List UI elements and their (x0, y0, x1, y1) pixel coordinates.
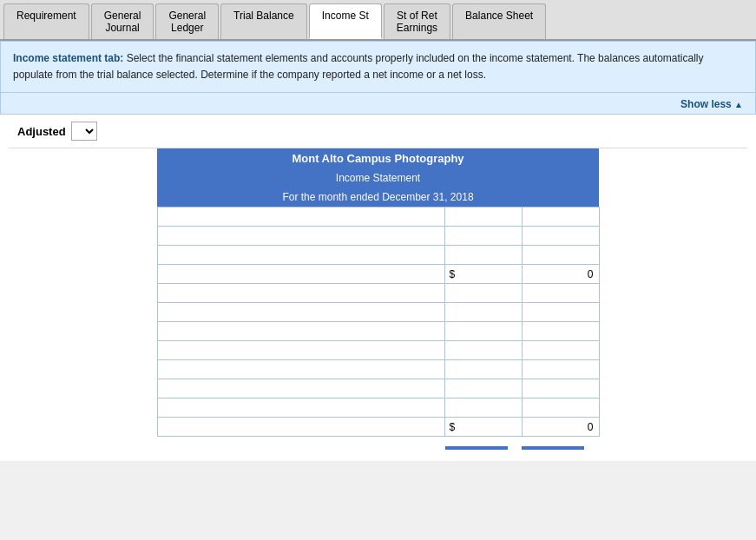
adjusted-row: Adjusted (9, 115, 747, 148)
statement-period: For the month ended December 31, 2018 (157, 188, 599, 207)
show-less-bar: Show less ▲ (0, 93, 756, 115)
amount2-input-10[interactable] (526, 402, 595, 414)
amount2-cell-10 (522, 398, 599, 418)
amount1-input-7[interactable] (449, 345, 518, 357)
table-row (157, 341, 599, 360)
tab-trial-balance[interactable]: Trial Balance (220, 3, 307, 39)
amount1-input-9[interactable] (449, 383, 518, 395)
info-box: Income statement tab: Select the financi… (0, 41, 756, 93)
amount1-input-8[interactable] (449, 364, 518, 376)
tab-general-journal[interactable]: GeneralJournal (91, 3, 154, 39)
amount1-input-4[interactable] (449, 287, 518, 300)
amount2-cell-7 (522, 341, 599, 360)
amount1-cell-1 (445, 227, 523, 246)
table-row (157, 360, 599, 379)
amount1-cell-7 (445, 341, 523, 360)
amount1-cell-3: $ (445, 265, 523, 284)
tab-income-st[interactable]: Income St (309, 3, 382, 39)
amount1-cell-8 (445, 360, 523, 379)
amount2-input-6[interactable] (526, 326, 595, 338)
amount2-input-8[interactable] (526, 364, 595, 376)
account-input-2[interactable] (161, 249, 442, 261)
account-input-9[interactable] (161, 383, 442, 395)
account-input-5[interactable] (161, 306, 442, 319)
amount2-cell-5 (522, 303, 599, 322)
bottom-bar-1 (445, 437, 523, 453)
tab-st-ret-earnings[interactable]: St of RetEarnings (384, 3, 450, 39)
table-row (157, 303, 599, 322)
table-row (157, 284, 599, 303)
statement-title: Income Statement (157, 168, 599, 188)
amount2-cell-1 (522, 227, 599, 246)
amount2-cell-2 (522, 246, 599, 265)
amount2-input-2[interactable] (526, 249, 595, 261)
tab-balance-sheet[interactable]: Balance Sheet (452, 3, 546, 39)
amount2-cell-8 (522, 360, 599, 379)
account-input-11[interactable] (161, 421, 442, 433)
amount1-input-6[interactable] (449, 326, 518, 338)
table-row: $0 (157, 265, 599, 284)
bottom-spacer (157, 437, 445, 453)
tab-requirement[interactable]: Requirement (3, 3, 89, 39)
amount1-cell-5 (445, 303, 523, 322)
amount2-cell-9 (522, 379, 599, 398)
amount1-cell-6 (445, 322, 523, 341)
amount1-cell-9 (445, 379, 523, 398)
amount1-cell-10 (445, 398, 523, 418)
amount1-input-1[interactable] (449, 230, 518, 242)
amount2-input-5[interactable] (526, 306, 595, 319)
tabs-container: RequirementGeneralJournalGeneralLedgerTr… (0, 0, 756, 41)
amount2-input-4[interactable] (526, 287, 595, 300)
statement-table: Mont Alto Campus Photography Income Stat… (157, 148, 600, 452)
adjusted-label: Adjusted (17, 125, 66, 138)
account-input-0[interactable] (161, 211, 442, 223)
company-name: Mont Alto Campus Photography (157, 148, 599, 168)
bottom-bar-2 (522, 437, 599, 453)
amount1-cell-2 (445, 246, 523, 265)
tab-general-ledger[interactable]: GeneralLedger (155, 3, 219, 39)
amount2-input-0[interactable] (526, 211, 595, 223)
table-row (157, 379, 599, 398)
amount1-cell-0 (445, 207, 523, 227)
bottom-bar-row (157, 437, 599, 453)
amount2-input-9[interactable] (526, 383, 595, 395)
amount1-input-2[interactable] (449, 249, 518, 261)
account-input-8[interactable] (161, 364, 442, 376)
account-input-7[interactable] (161, 345, 442, 357)
amount1-input-0[interactable] (449, 211, 518, 223)
amount2-input-1[interactable] (526, 230, 595, 242)
account-input-4[interactable] (161, 287, 442, 300)
table-row (157, 398, 599, 418)
show-less-arrow-icon: ▲ (734, 100, 743, 109)
table-row (157, 246, 599, 265)
amount1-input-5[interactable] (449, 306, 518, 319)
table-row (157, 207, 599, 227)
table-row (157, 227, 599, 246)
table-row: $0 (157, 418, 599, 437)
account-input-1[interactable] (161, 230, 442, 242)
amount1-input-10[interactable] (449, 402, 518, 414)
amount2-cell-11: 0 (522, 418, 599, 437)
amount2-cell-0 (522, 207, 599, 227)
adjusted-dropdown[interactable] (71, 122, 97, 141)
amount2-cell-4 (522, 284, 599, 303)
show-less-label: Show less (680, 98, 732, 110)
table-row (157, 322, 599, 341)
amount2-cell-3: 0 (522, 265, 599, 284)
amount1-cell-4 (445, 284, 523, 303)
account-input-3[interactable] (161, 268, 442, 280)
account-input-6[interactable] (161, 326, 442, 338)
account-input-10[interactable] (161, 402, 442, 414)
amount2-input-7[interactable] (526, 345, 595, 357)
show-less-link[interactable]: Show less ▲ (680, 98, 743, 110)
amount2-cell-6 (522, 322, 599, 341)
info-bold-label: Income statement tab: (13, 52, 123, 64)
amount1-cell-11: $ (445, 418, 523, 437)
